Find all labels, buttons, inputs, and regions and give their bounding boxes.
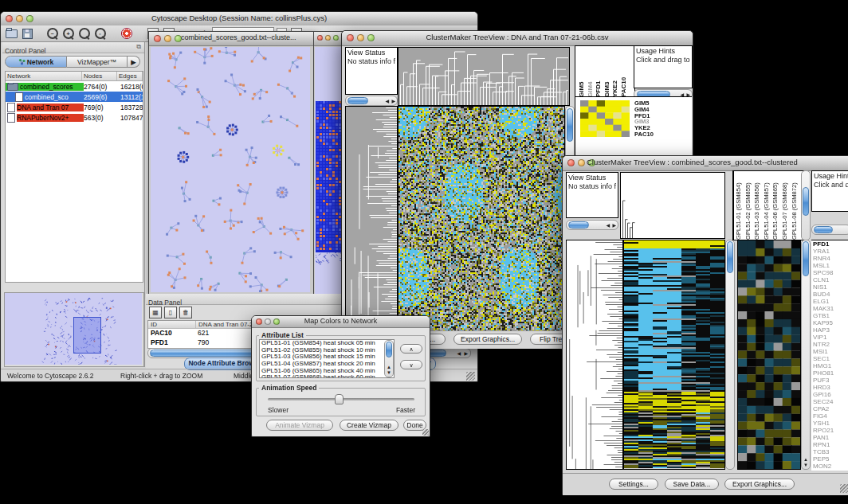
- gene-label[interactable]: GPI16: [813, 391, 848, 398]
- gene-label[interactable]: CPA2: [813, 405, 848, 412]
- scroll-right-arrow[interactable]: ▶: [464, 351, 468, 356]
- row-dendrogram-canvas[interactable]: [566, 240, 623, 470]
- gene-label[interactable]: SPC98: [813, 269, 848, 276]
- select-attributes-icon[interactable]: ▦: [149, 307, 162, 318]
- minimize-button[interactable]: [325, 35, 331, 41]
- gene-label[interactable]: YSH1: [813, 420, 848, 427]
- create-vizmap-button[interactable]: Create Vizmap: [340, 420, 398, 431]
- network-row[interactable]: RNAPuberNov2+ 563(0) 107847(0): [6, 112, 143, 123]
- zoom-heatmap-canvas[interactable]: [737, 240, 801, 470]
- gene-label[interactable]: TCB3: [813, 448, 848, 455]
- gene-label[interactable]: RPN1: [813, 441, 848, 448]
- gene-label[interactable]: CLN1: [813, 276, 848, 283]
- gene-label[interactable]: KAP95: [813, 319, 848, 326]
- close-button[interactable]: [317, 35, 323, 41]
- gene-label[interactable]: PHO81: [813, 369, 848, 377]
- speed-slider-thumb[interactable]: [335, 394, 344, 404]
- settings-button[interactable]: Settings...: [609, 479, 658, 490]
- attribute-list-vscrollbar[interactable]: ▲▼: [384, 340, 394, 377]
- gene-label[interactable]: ELG1: [813, 298, 848, 305]
- gene-label[interactable]: PAN1: [813, 434, 848, 441]
- network-row[interactable]: combined_scores 2764(0) 16218(0): [6, 81, 143, 92]
- gene-label[interactable]: GTB1: [813, 312, 848, 319]
- network-table-header[interactable]: Network Nodes Edges: [6, 72, 143, 81]
- network-graph-canvas[interactable]: [151, 47, 310, 292]
- gene-label[interactable]: HAP3: [813, 326, 848, 334]
- heatmap-canvas[interactable]: [398, 106, 565, 332]
- gene-label[interactable]: RPO21: [813, 427, 848, 434]
- tab-vizmapper[interactable]: VizMapper™: [67, 56, 128, 68]
- heatmap-canvas[interactable]: [623, 240, 725, 470]
- new-attribute-icon[interactable]: ▯: [164, 307, 177, 318]
- col-nodes[interactable]: Nodes: [82, 72, 117, 80]
- zoom-button[interactable]: [333, 35, 339, 41]
- gene-label[interactable]: SEC24: [813, 398, 848, 405]
- cytoscape-titlebar[interactable]: Cytoscape Desktop (Session Name: collins…: [1, 12, 477, 26]
- column-labels-vscrollbar[interactable]: [801, 170, 811, 240]
- correlation-matrix-canvas[interactable]: [580, 100, 630, 137]
- col-network[interactable]: Network: [6, 72, 82, 80]
- gene-label[interactable]: MSL1: [813, 262, 848, 269]
- zoom-vscrollbar[interactable]: ▲▼: [801, 240, 811, 470]
- gene-label[interactable]: FIG4: [813, 412, 848, 420]
- save-session-icon[interactable]: [21, 27, 34, 40]
- col-id[interactable]: ID: [148, 321, 196, 328]
- view-status-scrollbar[interactable]: ◀▶: [345, 96, 398, 106]
- gene-label[interactable]: MSI1: [813, 348, 848, 355]
- gene-label[interactable]: RNR4: [813, 255, 848, 262]
- tab-network[interactable]: Network: [5, 56, 67, 68]
- move-up-button[interactable]: ∧: [400, 344, 422, 354]
- save-data-button[interactable]: Save Data...: [665, 479, 719, 490]
- gene-label[interactable]: HMG1: [813, 362, 848, 369]
- network-view-titlebar[interactable]: combined_scores_good.txt--cluste...: [149, 32, 313, 46]
- gene-label[interactable]: MON2: [813, 463, 848, 470]
- network-row[interactable]: DNA and Tran 07 769(0) 183728(0): [6, 102, 143, 112]
- delete-attribute-icon[interactable]: 🗑: [179, 307, 192, 318]
- zoom-selected-icon[interactable]: [77, 27, 91, 40]
- zoom-out-icon[interactable]: −: [45, 27, 59, 40]
- col-edges[interactable]: Edges: [117, 72, 143, 80]
- row-dendrogram-canvas[interactable]: [345, 106, 398, 332]
- gene-label[interactable]: MAK31: [813, 305, 848, 312]
- gene-label[interactable]: YRA1: [813, 248, 848, 255]
- usage-hints-scrollbar[interactable]: [811, 225, 848, 235]
- gene-label[interactable]: PFD1: [813, 240, 848, 248]
- gene-label[interactable]: VIP1: [813, 334, 848, 341]
- tab-overflow-arrow[interactable]: ▶: [128, 56, 140, 68]
- zoom-fit-icon[interactable]: ▫: [93, 27, 107, 40]
- gene-label[interactable]: HRD3: [813, 384, 848, 391]
- view-status-scrollbar[interactable]: ◀▶: [566, 220, 618, 230]
- resize-grip[interactable]: [422, 429, 429, 436]
- gene-label[interactable]: PUF3: [813, 377, 848, 384]
- column-dendrogram-canvas[interactable]: [620, 172, 725, 239]
- resize-grip[interactable]: [840, 484, 848, 493]
- move-down-button[interactable]: ∨: [400, 360, 422, 369]
- tab-vizmapper-label: VizMapper™: [77, 58, 116, 66]
- close-button[interactable]: [154, 35, 161, 42]
- gene-label[interactable]: NTR2: [813, 341, 848, 348]
- zoom-in-icon[interactable]: +: [61, 27, 75, 40]
- animate-vizmap-button[interactable]: Animate Vizmap: [266, 420, 333, 431]
- minimize-button[interactable]: [164, 35, 171, 42]
- gene-label[interactable]: NIS1: [813, 283, 848, 291]
- dialog-titlebar[interactable]: Map Colors to Network: [252, 316, 430, 328]
- float-panel-icon[interactable]: ⧉: [136, 43, 141, 51]
- gene-label[interactable]: PEP5: [813, 455, 848, 463]
- gene-label[interactable]: BUD4: [813, 291, 848, 298]
- open-session-icon[interactable]: [5, 27, 18, 40]
- close-button[interactable]: [567, 159, 575, 166]
- treeview1-titlebar[interactable]: ClusterMaker TreeView : DNA and Tran 07-…: [342, 31, 693, 46]
- attribute-item[interactable]: GPL51-07 (GSM868) heat shock 60 min: [260, 374, 394, 378]
- gene-label[interactable]: SEC1: [813, 355, 848, 362]
- heatmap-vscrollbar[interactable]: [725, 240, 735, 470]
- network-row-selected[interactable]: combined_sco 2569(6) 13112(15): [6, 92, 143, 102]
- export-graphics-button[interactable]: Export Graphics...: [724, 479, 795, 490]
- resize-grip[interactable]: [466, 372, 475, 381]
- treeview2-titlebar[interactable]: ClusterMaker TreeView : combined_scores_…: [563, 156, 848, 171]
- scroll-left-arrow[interactable]: ◀: [457, 351, 461, 356]
- column-dendrogram-canvas[interactable]: [398, 47, 570, 106]
- minimize-button[interactable]: [578, 159, 585, 166]
- birdseye-canvas[interactable]: [5, 293, 142, 365]
- export-graphics-button[interactable]: Export Graphics...: [453, 334, 522, 345]
- help-lifebuoy-icon[interactable]: [120, 27, 133, 40]
